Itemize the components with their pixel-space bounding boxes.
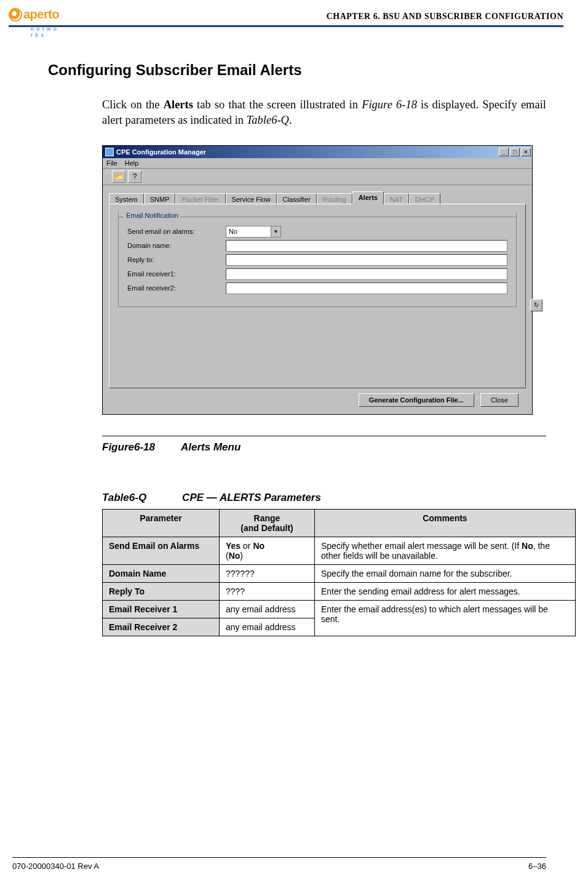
table-row: Reply To ???? Enter the sending email ad… xyxy=(103,582,576,600)
page-footer: 070-20000340-01 Rev A 6–36 xyxy=(0,857,588,871)
tab-panel-alerts: Email Notification Send email on alarms:… xyxy=(109,204,526,388)
label-domain-name: Domain name: xyxy=(127,242,226,249)
open-icon[interactable]: 📂 xyxy=(112,170,125,183)
para-bold: Alerts xyxy=(164,98,193,111)
page-content: Configuring Subscriber Email Alerts Clic… xyxy=(0,27,588,636)
para-text: Click on the xyxy=(102,98,164,111)
logo-mark-icon xyxy=(9,8,22,22)
domain-name-input[interactable] xyxy=(226,240,507,252)
th-range: Range(and Default) xyxy=(220,509,315,537)
screenshot-figure: CPE Configuration Manager _ □ × File Hel… xyxy=(102,145,546,415)
range-text: or xyxy=(240,541,253,551)
param-cell: Domain Name xyxy=(103,564,220,582)
section-heading: Configuring Subscriber Email Alerts xyxy=(48,62,546,79)
reply-to-input[interactable] xyxy=(226,254,507,266)
app-icon xyxy=(105,148,114,156)
label-reply-to: Reply to: xyxy=(127,256,226,263)
range-cell: ?????? xyxy=(220,564,315,582)
window-body: System SNMP Packet Filter Service Flow C… xyxy=(103,185,532,414)
window-footer-buttons: Generate Configuration File... Close xyxy=(109,388,526,407)
range-default: No xyxy=(229,551,240,561)
range-opt: No xyxy=(253,541,264,551)
footer-rule xyxy=(12,857,546,858)
table-title: CPE — ALERTS Parameters xyxy=(182,492,321,503)
logo-text: aperto xyxy=(23,7,59,22)
range-text: ) xyxy=(240,551,243,561)
th-parameter: Parameter xyxy=(103,509,220,537)
close-button[interactable]: Close xyxy=(480,393,518,407)
range-cell: any email address xyxy=(220,600,315,618)
table-header-row: Parameter Range(and Default) Comments xyxy=(103,509,576,537)
receiver1-input[interactable] xyxy=(226,268,507,280)
comment-text: Specify whether email alert message will… xyxy=(321,541,522,551)
toolbar: 📂 ? xyxy=(103,169,532,185)
titlebar: CPE Configuration Manager _ □ × xyxy=(103,146,532,158)
th-comments: Comments xyxy=(315,509,576,537)
label-receiver1: Email receiver1: xyxy=(127,270,226,278)
page-header: aperto n e t w o r k s CHAPTER 6. BSU AN… xyxy=(0,0,588,25)
toolbar-handle-icon xyxy=(106,171,108,182)
para-text: tab so that the screen illustrated in xyxy=(193,98,362,111)
generate-config-button[interactable]: Generate Configuration File... xyxy=(359,393,474,407)
param-cell: Send Email on Alarms xyxy=(103,537,220,564)
para-ref: Table6-Q xyxy=(247,114,289,126)
window-title: CPE Configuration Manager xyxy=(116,148,206,156)
tab-alerts[interactable]: Alerts xyxy=(352,191,384,204)
logo-subtext: n e t w o r k s xyxy=(31,26,59,38)
para-ref: Figure 6-18 xyxy=(362,98,417,111)
group-legend: Email Notification xyxy=(124,212,181,219)
app-window: CPE Configuration Manager _ □ × File Hel… xyxy=(102,145,533,415)
figure-title: Alerts Menu xyxy=(181,441,240,453)
comment-bold: No xyxy=(522,541,533,551)
range-cell: Yes or No(No) xyxy=(220,537,315,564)
comment-cell: Specify the email domain name for the su… xyxy=(315,564,576,582)
range-cell: ???? xyxy=(220,582,315,600)
chevron-down-icon: ▼ xyxy=(271,226,280,237)
param-cell: Email Receiver 1 xyxy=(103,600,220,618)
figure-number: Figure6-18 xyxy=(102,441,155,453)
menu-file[interactable]: File xyxy=(106,159,117,167)
comment-cell: Enter the sending email address for aler… xyxy=(315,582,576,600)
table-number: Table6-Q xyxy=(102,492,146,503)
range-cell: any email address xyxy=(220,618,315,636)
intro-paragraph: Click on the Alerts tab so that the scre… xyxy=(102,97,546,128)
send-email-combobox[interactable]: No ▼ xyxy=(226,226,281,238)
page-number: 6–36 xyxy=(528,862,546,871)
menu-help[interactable]: Help xyxy=(125,159,139,167)
table-row: Email Receiver 1 any email address Enter… xyxy=(103,600,576,618)
doc-revision: 070-20000340-01 Rev A xyxy=(12,862,99,871)
range-opt: Yes xyxy=(226,541,240,551)
label-receiver2: Email receiver2: xyxy=(127,284,226,292)
comment-cell: Specify whether email alert message will… xyxy=(315,537,576,564)
parameters-table: Parameter Range(and Default) Comments Se… xyxy=(102,509,576,636)
expand-icon[interactable]: ↻ xyxy=(530,299,542,311)
chapter-label: CHAPTER 6. BSU AND SUBSCRIBER CONFIGURAT… xyxy=(327,12,563,22)
comment-cell: Enter the email address(es) to which ale… xyxy=(315,600,576,636)
param-cell: Email Receiver 2 xyxy=(103,618,220,636)
table-row: Send Email on Alarms Yes or No(No) Speci… xyxy=(103,537,576,564)
combo-value: No xyxy=(226,226,271,237)
receiver2-input[interactable] xyxy=(226,282,507,294)
maximize-button[interactable]: □ xyxy=(510,148,520,156)
param-cell: Reply To xyxy=(103,582,220,600)
tabstrip: System SNMP Packet Filter Service Flow C… xyxy=(109,191,526,204)
table-row: Domain Name ?????? Specify the email dom… xyxy=(103,564,576,582)
help-icon[interactable]: ? xyxy=(128,170,141,183)
figure-caption: Figure6-18Alerts Menu xyxy=(102,441,546,454)
para-text: . xyxy=(289,114,292,126)
logo: aperto n e t w o r k s xyxy=(9,7,59,22)
minimize-button[interactable]: _ xyxy=(499,148,509,156)
table-caption: Table6-QCPE — ALERTS Parameters xyxy=(102,492,546,504)
figure-rule xyxy=(102,436,546,436)
label-send-email: Send email on alarms: xyxy=(127,228,226,235)
close-window-button[interactable]: × xyxy=(521,148,531,156)
email-notification-group: Email Notification Send email on alarms:… xyxy=(118,212,517,307)
menubar: File Help xyxy=(103,158,532,169)
